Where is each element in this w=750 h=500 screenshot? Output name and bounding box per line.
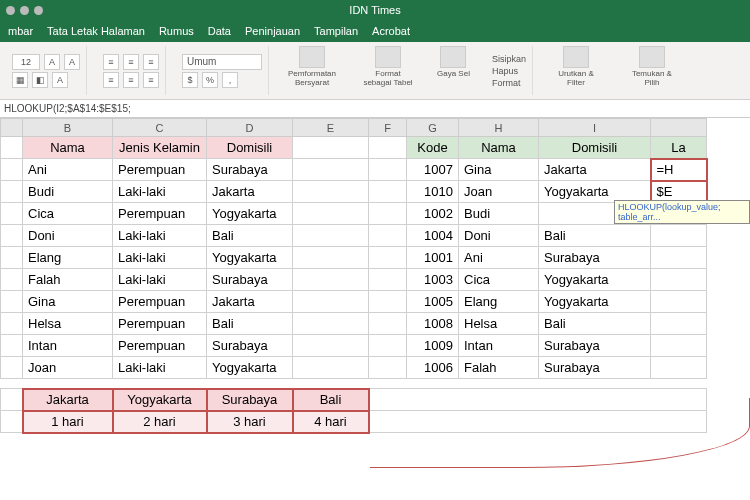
cell[interactable]: Falah <box>23 269 113 291</box>
cell[interactable]: Laki-laki <box>113 269 207 291</box>
cell[interactable]: Perempuan <box>113 203 207 225</box>
cell[interactable] <box>369 269 407 291</box>
cell[interactable]: 1004 <box>407 225 459 247</box>
right-header-dom[interactable]: Domisili <box>539 137 651 159</box>
align-center-button[interactable]: ≡ <box>123 72 139 88</box>
cell[interactable]: Surabaya <box>539 357 651 379</box>
col-header[interactable]: D <box>207 119 293 137</box>
fill-color-button[interactable]: ◧ <box>32 72 48 88</box>
menu-item[interactable]: Peninjauan <box>245 25 300 37</box>
cell[interactable]: Gina <box>23 291 113 313</box>
cell[interactable]: Helsa <box>23 313 113 335</box>
format-cell-button[interactable]: Format <box>492 78 526 88</box>
cell[interactable] <box>651 269 707 291</box>
cell[interactable]: Ani <box>459 247 539 269</box>
cell[interactable] <box>1 225 23 247</box>
cell[interactable] <box>651 313 707 335</box>
cell[interactable]: Yogyakarta <box>207 357 293 379</box>
cell[interactable]: Yogyakarta <box>539 291 651 313</box>
cell[interactable]: 1006 <box>407 357 459 379</box>
cell[interactable]: Laki-laki <box>113 225 207 247</box>
cell[interactable]: 1010 <box>407 181 459 203</box>
cell[interactable] <box>369 181 407 203</box>
cell[interactable]: Laki-laki <box>113 247 207 269</box>
col-header[interactable]: B <box>23 119 113 137</box>
percent-button[interactable]: % <box>202 72 218 88</box>
cell[interactable] <box>1 313 23 335</box>
col-header[interactable]: F <box>369 119 407 137</box>
col-header[interactable]: I <box>539 119 651 137</box>
cell[interactable] <box>651 291 707 313</box>
ribbon-table-format[interactable]: Format sebagai Tabel <box>355 46 421 88</box>
max-dot[interactable] <box>34 6 43 15</box>
lookup-value[interactable]: 2 hari <box>113 411 207 433</box>
cell[interactable] <box>1 247 23 269</box>
menu-item[interactable]: Rumus <box>159 25 194 37</box>
align-bot-button[interactable]: ≡ <box>143 54 159 70</box>
spreadsheet-grid[interactable]: B C D E F G H I Nama Jenis Kelamin Domis… <box>0 118 750 500</box>
align-mid-button[interactable]: ≡ <box>123 54 139 70</box>
col-header[interactable]: E <box>293 119 369 137</box>
cell[interactable]: Jakarta <box>539 159 651 181</box>
cell[interactable]: Surabaya <box>207 159 293 181</box>
cell[interactable]: Jakarta <box>207 291 293 313</box>
lookup-value[interactable]: 1 hari <box>23 411 113 433</box>
cell[interactable]: Perempuan <box>113 291 207 313</box>
cell[interactable] <box>293 225 369 247</box>
cell[interactable]: 1002 <box>407 203 459 225</box>
comma-button[interactable]: , <box>222 72 238 88</box>
cell[interactable]: Jakarta <box>207 181 293 203</box>
cell[interactable]: Bali <box>539 313 651 335</box>
align-right-button[interactable]: ≡ <box>143 72 159 88</box>
left-header-nama[interactable]: Nama <box>23 137 113 159</box>
lookup-value[interactable]: 4 hari <box>293 411 369 433</box>
col-header[interactable]: H <box>459 119 539 137</box>
cell[interactable]: Perempuan <box>113 159 207 181</box>
menu-item[interactable]: Tampilan <box>314 25 358 37</box>
cell[interactable] <box>651 335 707 357</box>
cell[interactable] <box>369 159 407 181</box>
decrease-font-button[interactable]: A <box>64 54 80 70</box>
align-left-button[interactable]: ≡ <box>103 72 119 88</box>
cell[interactable] <box>293 247 369 269</box>
menu-item[interactable]: Tata Letak Halaman <box>47 25 145 37</box>
cell[interactable] <box>651 225 707 247</box>
cell[interactable]: Laki-laki <box>113 181 207 203</box>
cell[interactable]: Yogyakarta <box>207 203 293 225</box>
cell[interactable]: 1003 <box>407 269 459 291</box>
cell[interactable]: Perempuan <box>113 313 207 335</box>
cell[interactable]: 1008 <box>407 313 459 335</box>
cell[interactable]: Bali <box>207 313 293 335</box>
cell[interactable] <box>1 335 23 357</box>
lookup-header[interactable]: Bali <box>293 389 369 411</box>
lookup-value[interactable]: 3 hari <box>207 411 293 433</box>
lookup-header[interactable]: Jakarta <box>23 389 113 411</box>
cell[interactable] <box>369 313 407 335</box>
window-controls[interactable] <box>6 6 43 15</box>
cell[interactable] <box>1 291 23 313</box>
col-header[interactable] <box>651 119 707 137</box>
cell[interactable]: 1007 <box>407 159 459 181</box>
min-dot[interactable] <box>20 6 29 15</box>
cell[interactable]: Intan <box>459 335 539 357</box>
cell[interactable]: 1009 <box>407 335 459 357</box>
ribbon-sort[interactable]: Urutkan & Filter <box>543 46 609 88</box>
cell[interactable] <box>369 335 407 357</box>
cell[interactable] <box>293 291 369 313</box>
cell[interactable] <box>293 159 369 181</box>
increase-font-button[interactable]: A <box>44 54 60 70</box>
ribbon-cell-style[interactable]: Gaya Sel <box>431 46 476 79</box>
cell[interactable] <box>1 181 23 203</box>
cell[interactable] <box>1 357 23 379</box>
currency-button[interactable]: $ <box>182 72 198 88</box>
right-header-kode[interactable]: Kode <box>407 137 459 159</box>
cell[interactable]: Bali <box>539 225 651 247</box>
cell[interactable] <box>369 203 407 225</box>
cell[interactable] <box>651 247 707 269</box>
cell[interactable]: Laki-laki <box>113 357 207 379</box>
number-format-select[interactable]: Umum <box>182 54 262 70</box>
cell[interactable]: Joan <box>459 181 539 203</box>
ribbon-cond-format[interactable]: Pemformatan Bersyarat <box>279 46 345 88</box>
cell[interactable]: Perempuan <box>113 335 207 357</box>
cell[interactable]: 1005 <box>407 291 459 313</box>
